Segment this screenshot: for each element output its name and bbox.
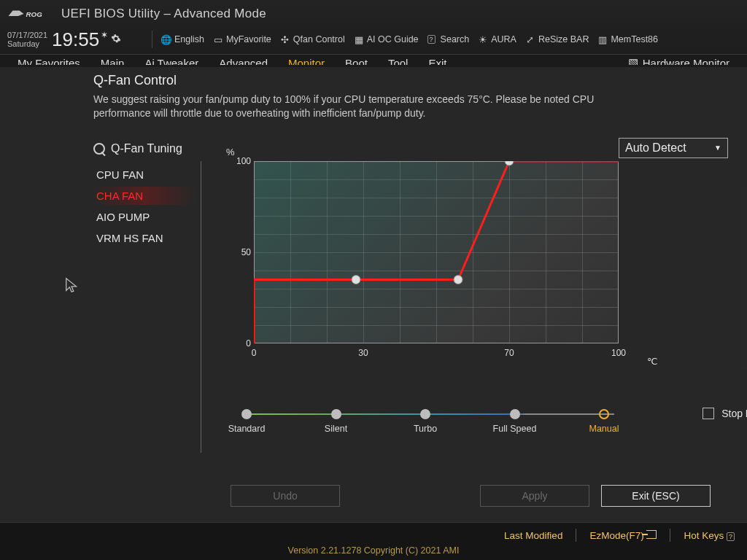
chart-icon: ▧ bbox=[628, 56, 638, 65]
tab-boot[interactable]: Boot bbox=[345, 57, 368, 65]
stop-fan-checkbox[interactable] bbox=[703, 408, 714, 419]
undo-button[interactable]: Undo bbox=[231, 485, 340, 507]
y-axis-label: % bbox=[226, 147, 235, 158]
cursor-icon bbox=[64, 277, 80, 296]
memory-icon: ▥ bbox=[597, 34, 608, 44]
tab-tool[interactable]: Tool bbox=[388, 57, 409, 65]
tool-qfan[interactable]: ✣Qfan Control bbox=[276, 34, 349, 44]
exit-icon bbox=[646, 530, 657, 539]
profile-dot-manual[interactable] bbox=[599, 409, 609, 419]
datetime: 07/17/2021 Saturday 19:55✶ bbox=[7, 28, 147, 51]
tool-aura[interactable]: ☀AURA bbox=[473, 34, 521, 44]
profile-label: Standard bbox=[228, 424, 266, 434]
date: 07/17/2021 bbox=[7, 31, 47, 39]
profile-label: Silent bbox=[325, 424, 347, 434]
x-axis-label: ℃ bbox=[647, 356, 658, 367]
hotkeys-link[interactable]: Hot Keys ? bbox=[684, 530, 737, 541]
app-title: UEFI BIOS Utility – Advanced Mode bbox=[61, 7, 266, 21]
profile-dot-silent[interactable] bbox=[331, 409, 341, 419]
tab-advanced[interactable]: Advanced bbox=[219, 57, 268, 65]
last-modified-link[interactable]: Last Modified bbox=[504, 530, 562, 541]
tool-aioc[interactable]: ▦AI OC Guide bbox=[349, 34, 423, 44]
tool-memtest[interactable]: ▥MemTest86 bbox=[593, 34, 662, 44]
tool-search[interactable]: ?Search bbox=[423, 34, 474, 44]
tab-monitor[interactable]: Monitor bbox=[288, 57, 325, 65]
fan-icon: ✣ bbox=[280, 34, 290, 44]
tab-myfavorites[interactable]: My Favorites bbox=[18, 57, 80, 65]
clock: 19:55✶ bbox=[52, 28, 108, 51]
tab-main[interactable]: Main bbox=[101, 57, 125, 65]
hotkey-badge: ? bbox=[427, 35, 436, 44]
apply-button[interactable]: Apply bbox=[480, 485, 589, 507]
detect-dropdown[interactable]: Auto Detect ▼ bbox=[619, 138, 728, 158]
fan-item-cpu[interactable]: CPU FAN bbox=[93, 166, 196, 184]
profile-label: Full Speed bbox=[493, 424, 537, 434]
profile-dot-full-speed[interactable] bbox=[510, 409, 520, 419]
help-badge: ? bbox=[727, 532, 735, 541]
refresh-icon[interactable] bbox=[93, 143, 105, 155]
ezmode-link[interactable]: EzMode(F7) bbox=[589, 530, 657, 541]
weekday: Saturday bbox=[7, 39, 47, 48]
exit-button[interactable]: Exit (ESC) bbox=[601, 485, 711, 507]
chevron-down-icon: ▼ bbox=[714, 144, 721, 152]
panel-description: We suggest raising your fan/pump duty to… bbox=[93, 93, 648, 120]
fan-item-vrm[interactable]: VRM HS FAN bbox=[93, 229, 196, 247]
panel-title: Q-Fan Control bbox=[93, 73, 728, 88]
fan-item-aio[interactable]: AIO PUMP bbox=[93, 208, 196, 226]
chip-icon: ▦ bbox=[354, 34, 364, 44]
fan-item-cha[interactable]: CHA FAN bbox=[93, 187, 196, 205]
tool-resizebar[interactable]: ⤢ReSize BAR bbox=[521, 34, 593, 44]
tab-aitweaker[interactable]: Ai Tweaker bbox=[144, 57, 198, 65]
rog-logo: ROG bbox=[7, 7, 51, 21]
profile-dot-turbo[interactable] bbox=[420, 409, 430, 419]
gear-icon[interactable] bbox=[111, 34, 121, 46]
main-tabs: My Favorites Main Ai Tweaker Advanced Mo… bbox=[0, 55, 747, 65]
qfan-tuning-label[interactable]: Q-Fan Tuning bbox=[111, 142, 182, 155]
globe-icon: 🌐 bbox=[161, 34, 171, 44]
tool-myfavorite[interactable]: ▭MyFavorite bbox=[209, 34, 276, 44]
resize-icon: ⤢ bbox=[525, 34, 535, 44]
stop-fan-label: Stop Fan bbox=[721, 408, 747, 419]
copyright: Version 2.21.1278 Copyright (C) 2021 AMI bbox=[0, 545, 747, 556]
star-icon: ▭ bbox=[213, 34, 223, 44]
profile-label: Manual bbox=[589, 424, 619, 434]
profile-label: Turbo bbox=[414, 424, 437, 434]
fan-list: CPU FAN CHA FAN AIO PUMP VRM HS FAN bbox=[93, 161, 201, 453]
svg-text:ROG: ROG bbox=[26, 10, 43, 18]
profile-dot-standard[interactable] bbox=[241, 409, 252, 419]
hardware-monitor-toggle[interactable]: ▧ Hardware Monitor bbox=[628, 56, 729, 65]
aura-icon: ☀ bbox=[478, 34, 488, 44]
fan-curve-chart[interactable]: % ℃ 050100 03070100 bbox=[232, 161, 640, 365]
tool-language[interactable]: 🌐English bbox=[157, 34, 209, 44]
tab-exit[interactable]: Exit bbox=[428, 57, 446, 65]
